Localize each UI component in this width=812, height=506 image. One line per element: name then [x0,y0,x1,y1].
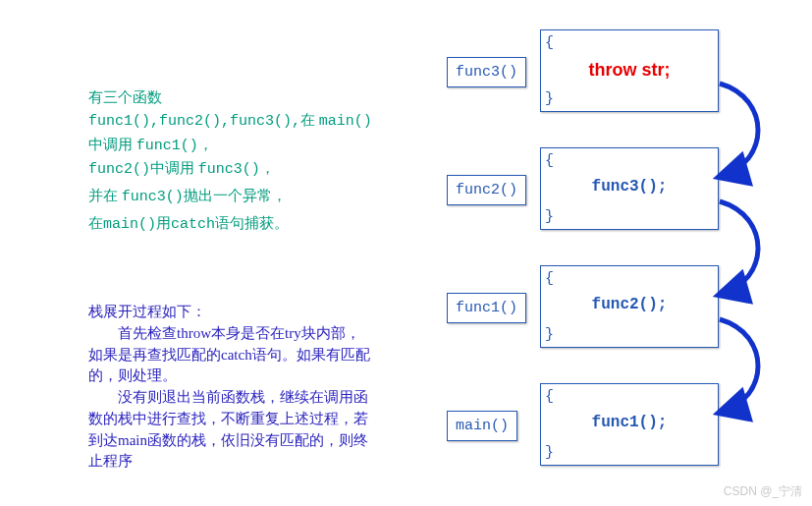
brace-close: } [545,326,554,343]
frame-content: func1(); [541,414,718,431]
frame-label: main() [447,411,517,441]
process-title: 栈展开过程如下： [88,302,373,323]
intro-block: 有三个函数 func1(),func2(),func3(),在 main() 中… [88,86,373,237]
frame-content: func3(); [541,178,718,196]
frame-label: func2() [447,175,526,205]
brace-open: { [545,388,554,405]
frame-body: { func3(); } [540,147,719,230]
frame-body: { func2(); } [540,265,719,348]
brace-close: } [545,208,554,225]
frame-body: { throw str; } [540,29,719,112]
brace-open: { [545,270,554,287]
frame-content: throw str; [541,60,718,81]
brace-open: { [545,152,554,169]
process-p2: 没有则退出当前函数栈，继续在调用函数的栈中进行查找，不断重复上述过程，若到达ma… [88,387,373,473]
frame-label: func3() [447,57,526,87]
intro-line1: 有三个函数 [88,89,162,105]
brace-close: } [545,444,554,461]
frame-label: func1() [447,293,526,323]
process-p1: 首先检查throw本身是否在try块内部，如果是再查找匹配的catch语句。如果… [88,323,373,387]
process-block: 栈展开过程如下： 首先检查throw本身是否在try块内部，如果是再查找匹配的c… [88,302,373,473]
frame-content: func2(); [541,296,718,313]
watermark: CSDN @_宁清 [724,483,802,500]
frame-body: { func1(); } [540,383,719,466]
func-list: func1(),func2(),func3(), [88,113,300,130]
brace-close: } [545,90,554,107]
brace-open: { [545,34,554,51]
